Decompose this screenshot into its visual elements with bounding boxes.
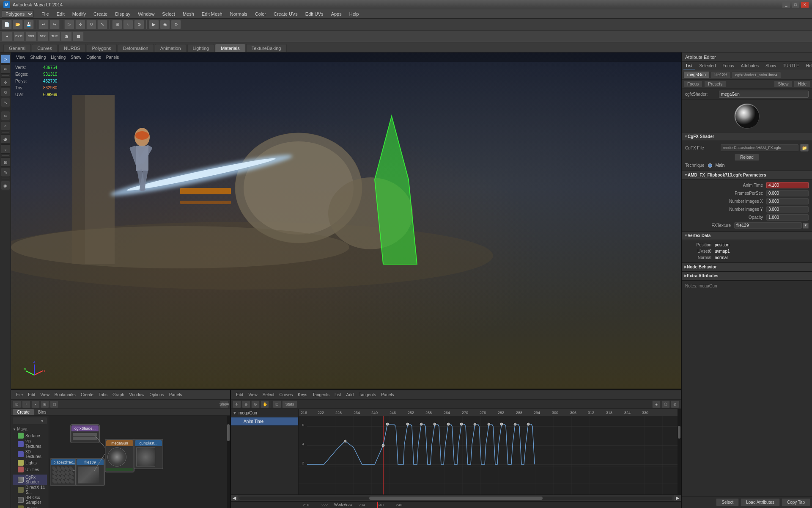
tree-maya[interactable]: Maya [13,426,47,432]
tb-undo[interactable]: ↩ [38,20,49,29]
ae-btn-focus[interactable]: Focus [683,80,702,88]
mode-selector[interactable]: Polygons [2,10,34,18]
ae-load-attrs-btn[interactable]: Load Attributes [741,498,780,506]
node-gunblast[interactable]: gunBlast... [134,439,163,469]
tree-2d-textures[interactable]: 2D Textures [13,439,47,449]
shelf-texture[interactable]: ▦ [73,31,84,41]
lt-camera[interactable]: ◉ [1,181,10,190]
ce-tb-pan[interactable]: ✋ [261,400,269,408]
tb-save[interactable]: 💾 [24,20,34,29]
menu-window[interactable]: Window [134,11,158,17]
lt-measure[interactable]: ⊞ [1,157,10,167]
ae-node-tab-megagun[interactable]: megaGun [683,71,710,78]
node-megagun[interactable]: megaGun [105,439,134,472]
ae-btn-hide[interactable]: Hide [794,80,810,88]
shelf-sphere[interactable]: ● [2,31,13,41]
lt-brush[interactable]: ⬦ [1,144,10,154]
menu-edit-mesh[interactable]: Edit Mesh [198,11,226,17]
lt-soft-select[interactable]: ⊂ [1,111,10,120]
ne-menu-options[interactable]: Options [148,392,165,398]
vp-menu-show[interactable]: Show [69,55,83,60]
curve-vscrollbar-thumb[interactable] [678,426,680,439]
ae-tab-help[interactable]: Help [804,63,812,69]
ce-tb-zoom[interactable]: ⊙ [251,400,260,408]
curve-scroll-left[interactable]: ◀ [231,495,238,502]
curve-vscrollbar[interactable] [678,409,681,494]
ce-tb-tools1[interactable]: ◈ [652,400,661,408]
curve-scroll-track[interactable] [239,497,672,500]
tb-rotate[interactable]: ↻ [86,20,96,29]
ae-numx-value[interactable]: 3.000 [766,198,809,204]
ae-radio[interactable] [708,163,712,168]
ae-cgfx-file-input[interactable] [721,144,798,151]
lt-rotate[interactable]: ↻ [1,88,10,97]
tab-texture-baking[interactable]: TextureBaking [246,44,287,52]
tree-utilities[interactable]: Utilities [13,466,47,473]
tab-animation[interactable]: Animation [155,44,187,52]
shelf-cgfx[interactable]: CGX [25,31,36,41]
tb-ipr[interactable]: ◉ [160,20,170,29]
tb-scale[interactable]: ⤡ [97,20,107,29]
lt-lasso[interactable]: ○ [1,121,10,130]
ae-folder-btn[interactable]: 📁 [800,144,809,152]
ae-tab-attributes[interactable]: Attributes [738,63,761,69]
menu-help[interactable]: Help [346,11,362,17]
ne-menu-view[interactable]: View [38,392,51,398]
ce-menu-tangents2[interactable]: Tangents [357,392,378,398]
ae-content[interactable]: CgFX Shader CgFX File 📁 Reload Technique… [682,133,812,496]
menu-create-uvs[interactable]: Create UVs [270,11,301,17]
ae-fps-value[interactable]: 0.000 [766,190,809,196]
tb-open[interactable]: 📂 [13,20,23,29]
ne-tb-grid[interactable]: ⊞ [41,400,49,408]
curve-scroll-thumb-h[interactable] [369,497,543,500]
minimize-button[interactable]: _ [782,2,790,8]
node-file139[interactable]: file139 [75,458,105,486]
tab-nurbs[interactable]: NURBS [58,44,86,52]
ce-tb-tools3[interactable]: ⊛ [671,400,679,408]
tb-render[interactable]: ▶ [149,20,159,29]
tree-phong[interactable]: Phong [13,505,47,508]
ne-menu-file[interactable]: File [14,392,25,398]
ce-menu-select[interactable]: Select [261,392,276,398]
ce-menu-keys[interactable]: Keys [296,392,309,398]
ae-reload-btn[interactable]: Reload [735,154,759,161]
node-scrollbar[interactable] [227,416,230,508]
ne-tb-fit[interactable]: ⊡ [13,400,21,408]
ae-copy-tab-btn[interactable]: Copy Tab [782,498,810,506]
ae-node-tab-cgfx[interactable]: cgfxShader1_animTime4 [731,72,781,78]
menu-create[interactable]: Create [90,11,111,17]
ae-section-vertex-header[interactable]: Vertex Data [682,232,812,240]
ae-node-tab-file139[interactable]: file139 [710,71,730,78]
vp-menu-panels[interactable]: Panels [104,55,121,60]
ne-tb-zoom-in[interactable]: + [22,400,30,408]
node-cgfxshader[interactable]: cgfxShade... [70,424,100,443]
maximize-button[interactable]: □ [792,2,799,8]
ce-tb-frame[interactable]: ⊡ [273,400,281,408]
tab-materials[interactable]: Materials [215,44,245,52]
node-port[interactable] [73,437,97,440]
ae-section-cgfx-header[interactable]: CgFX Shader [682,133,812,141]
cb-tab-bins[interactable]: Bins [34,409,50,415]
ne-menu-tabs[interactable]: Tabs [97,392,109,398]
menu-color[interactable]: Color [252,11,269,17]
ae-tab-selected[interactable]: Selected [697,63,719,69]
ne-menu-graph[interactable]: Graph [111,392,126,398]
menu-select[interactable]: Select [159,11,178,17]
curve-scroll-right[interactable]: ▶ [674,495,681,502]
ce-menu-edit[interactable]: Edit [234,392,245,398]
node-graph[interactable]: cgfxShade... place2dTex... [49,416,230,508]
ne-menu-panels[interactable]: Panels [167,392,184,398]
ae-fxtex-value[interactable]: file139 [734,222,802,229]
ne-tb-node[interactable]: ◻ [50,400,58,408]
ce-menu-panels[interactable]: Panels [379,392,396,398]
close-button[interactable]: ✕ [801,2,809,8]
tb-render-settings[interactable]: ⚙ [171,20,181,29]
ae-btn-presets[interactable]: Presets [704,80,726,88]
ae-shader-input[interactable] [719,91,809,98]
ne-tb-show[interactable]: Show [220,400,228,408]
ae-opacity-value[interactable]: 1.000 [766,214,809,221]
tb-move[interactable]: ✛ [75,20,85,29]
track-animtime[interactable]: Anim Time [231,417,298,426]
ne-menu-edit[interactable]: Edit [26,392,37,398]
vp-menu-shading[interactable]: Shading [29,55,48,60]
